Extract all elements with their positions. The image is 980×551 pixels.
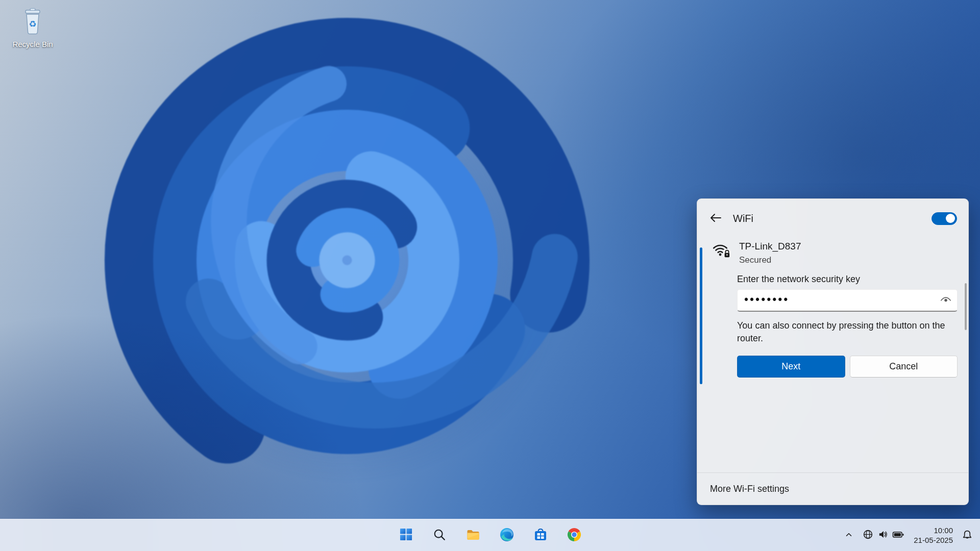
wifi-toggle[interactable]: [932, 212, 957, 225]
selected-network-accent-bar: [700, 247, 702, 384]
volume-icon: [878, 530, 888, 541]
dialog-buttons: Next Cancel: [737, 356, 958, 378]
bell-icon: [962, 530, 972, 541]
security-key-section: Enter the network security key •••••••• …: [737, 274, 958, 378]
edge-icon: [500, 528, 514, 543]
chevron-up-icon: [844, 530, 853, 541]
network-globe-icon: [863, 529, 873, 541]
wifi-panel-header: WiFi: [697, 199, 968, 235]
more-wifi-settings-link[interactable]: More Wi-Fi settings: [710, 484, 789, 494]
bloom-artwork: [10, 0, 694, 546]
security-key-label: Enter the network security key: [737, 274, 958, 285]
recycle-bin-shortcut[interactable]: ♻ Recycle Bin: [7, 6, 58, 48]
recycle-bin-icon: ♻: [19, 6, 46, 38]
file-explorer-button[interactable]: [462, 524, 484, 546]
svg-text:♻: ♻: [29, 19, 36, 29]
network-status: Secured: [739, 254, 801, 266]
chrome-button[interactable]: [563, 524, 585, 546]
next-button[interactable]: Next: [737, 356, 845, 378]
security-key-value: ••••••••: [744, 294, 789, 306]
tray-date: 21-05-2025: [914, 535, 953, 545]
cancel-button[interactable]: Cancel: [850, 356, 958, 378]
clock-button[interactable]: 10:00 21-05-2025: [910, 524, 957, 546]
tray-time: 10:00: [934, 525, 953, 536]
network-name: TP-Link_D837: [739, 240, 801, 253]
battery-icon: [892, 530, 904, 541]
network-texts: TP-Link_D837 Secured: [739, 240, 801, 266]
wifi-panel-footer: More Wi-Fi settings: [697, 472, 968, 505]
wifi-panel-title: WiFi: [733, 213, 753, 224]
wifi-toggle-knob: [946, 214, 955, 223]
system-tray: 10:00 21-05-2025: [841, 519, 976, 551]
taskbar: 10:00 21-05-2025: [0, 519, 980, 551]
microsoft-store-button[interactable]: [529, 524, 552, 546]
network-volume-battery-button[interactable]: [859, 524, 908, 546]
hidden-icons-button[interactable]: [841, 524, 857, 546]
router-button-helper-text: You can also connect by pressing the but…: [737, 319, 958, 345]
microsoft-store-icon: [533, 528, 548, 543]
panel-scrollbar[interactable]: [965, 283, 967, 330]
wifi-flyout-panel: WiFi TP-Link_D837 Secured: [697, 198, 969, 505]
search-button[interactable]: [428, 524, 451, 546]
recycle-bin-label: Recycle Bin: [12, 40, 53, 48]
taskbar-center-icons: [395, 519, 585, 551]
start-button[interactable]: [395, 524, 417, 546]
notifications-button[interactable]: [959, 524, 976, 546]
chrome-icon: [567, 528, 581, 543]
eye-icon: [940, 296, 951, 305]
search-icon: [433, 528, 446, 543]
back-arrow-icon: [709, 213, 722, 224]
edge-button[interactable]: [496, 524, 518, 546]
back-button[interactable]: [706, 210, 725, 227]
security-key-input[interactable]: ••••••••: [737, 289, 958, 312]
windows-start-icon: [399, 528, 413, 543]
reveal-password-button[interactable]: [938, 293, 953, 308]
network-item-tplink[interactable]: TP-Link_D837 Secured: [697, 235, 968, 266]
wifi-secured-icon: [710, 240, 732, 260]
file-explorer-icon: [466, 528, 480, 543]
